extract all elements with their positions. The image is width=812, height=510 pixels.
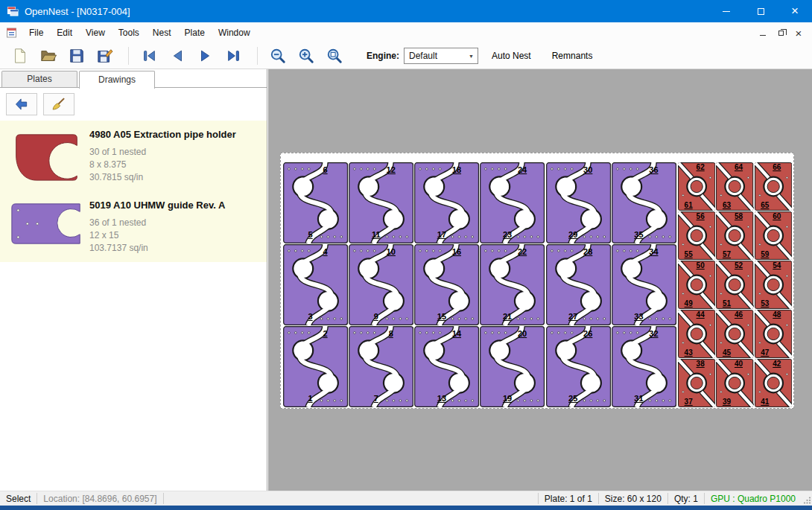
red-part-pair[interactable]: 4039 bbox=[716, 359, 753, 407]
zoom-out-button[interactable] bbox=[265, 45, 291, 67]
part-number: 60 bbox=[755, 213, 792, 220]
purple-part-pair[interactable]: 3029 bbox=[546, 162, 611, 243]
drawing-title: 5019 A10 UHMW guide Rev. A bbox=[89, 200, 261, 211]
red-part-pair[interactable]: 4645 bbox=[716, 310, 753, 358]
menu-item-file[interactable]: File bbox=[22, 25, 50, 41]
purple-part-pair[interactable]: 2827 bbox=[546, 244, 611, 325]
part-number: 64 bbox=[716, 164, 753, 171]
red-part-pair[interactable]: 5251 bbox=[716, 261, 753, 309]
purple-part-pair[interactable]: 3231 bbox=[612, 326, 676, 407]
minimize-icon bbox=[723, 11, 730, 12]
red-part-pair[interactable]: 6463 bbox=[716, 162, 753, 211]
list-item[interactable]: 5019 A10 UHMW guide Rev. A 36 of 1 neste… bbox=[0, 191, 267, 262]
part-number: 1 bbox=[283, 395, 348, 403]
mdi-minimize-button[interactable] bbox=[754, 25, 772, 41]
engine-select[interactable]: Default ▼ bbox=[404, 48, 478, 64]
resize-grip-icon[interactable] bbox=[802, 492, 812, 506]
drawing-nested-count: 36 of 1 nested bbox=[89, 217, 261, 229]
window-maximize-button[interactable] bbox=[743, 0, 778, 22]
window-bottom-border bbox=[0, 506, 812, 510]
new-button[interactable] bbox=[7, 45, 33, 67]
red-part-pair[interactable]: 5857 bbox=[716, 211, 753, 260]
part-number: 44 bbox=[678, 311, 715, 319]
go-previous-button[interactable] bbox=[165, 45, 190, 67]
go-next-icon bbox=[197, 48, 214, 64]
red-part-pair[interactable]: 6059 bbox=[755, 211, 792, 260]
purple-part-pair[interactable]: 3635 bbox=[612, 162, 676, 243]
status-mode: Select bbox=[0, 494, 37, 504]
part-number: 57 bbox=[716, 251, 753, 258]
part-number: 23 bbox=[480, 231, 545, 239]
red-part-pair[interactable]: 4443 bbox=[678, 310, 715, 358]
save-button[interactable] bbox=[64, 45, 89, 67]
remnants-button[interactable]: Remnants bbox=[545, 46, 600, 66]
red-part-pair[interactable]: 5453 bbox=[755, 261, 792, 309]
mdi-restore-button[interactable] bbox=[772, 25, 790, 41]
menu-item-plate[interactable]: Plate bbox=[178, 25, 212, 41]
purple-part-pair[interactable]: 2221 bbox=[480, 244, 545, 325]
part-number: 12 bbox=[349, 166, 413, 174]
drawing-area: 103.7137 sq/in bbox=[89, 242, 261, 255]
part-number: 13 bbox=[414, 395, 479, 403]
status-bar: Select Location: [84.8696, 60.6957] Plat… bbox=[0, 491, 812, 506]
clean-button[interactable] bbox=[43, 93, 74, 115]
part-number: 36 bbox=[612, 166, 676, 174]
zoom-in-button[interactable] bbox=[294, 45, 319, 67]
tab-plates[interactable]: Plates bbox=[1, 71, 77, 87]
list-item[interactable]: 4980 A05 Extraction pipe holder 30 of 1 … bbox=[0, 121, 267, 191]
purple-part-pair[interactable]: 2625 bbox=[546, 326, 611, 407]
go-next-button[interactable] bbox=[193, 45, 218, 67]
purple-part-pair[interactable]: 1211 bbox=[349, 162, 413, 243]
purple-part-pair[interactable]: 43 bbox=[283, 244, 348, 325]
menu-item-window[interactable]: Window bbox=[212, 25, 257, 41]
window-close-button[interactable]: × bbox=[778, 0, 812, 22]
mdi-window-controls: × bbox=[754, 22, 812, 43]
part-number: 16 bbox=[414, 248, 479, 256]
part-number: 32 bbox=[612, 330, 676, 338]
save-as-button[interactable] bbox=[92, 45, 118, 67]
purple-part-pair[interactable]: 1413 bbox=[414, 326, 479, 407]
red-part-pair[interactable]: 6261 bbox=[678, 162, 715, 211]
nest-canvas[interactable]: 65 1211 1817 2423 3029 3635 bbox=[268, 69, 812, 491]
part-number: 9 bbox=[349, 313, 413, 321]
purple-part-pair[interactable]: 1817 bbox=[414, 162, 479, 243]
drawing-title: 4980 A05 Extraction pipe holder bbox=[89, 129, 261, 140]
zoom-fit-button[interactable] bbox=[322, 45, 347, 67]
purple-part-pair[interactable]: 2423 bbox=[480, 162, 545, 243]
part-number: 52 bbox=[716, 262, 753, 270]
purple-part-pair[interactable]: 3433 bbox=[612, 244, 676, 325]
engine-selected-value: Default bbox=[409, 51, 437, 61]
part-number: 2 bbox=[283, 330, 348, 338]
purple-part-pair[interactable]: 1615 bbox=[414, 244, 479, 325]
open-button[interactable] bbox=[36, 45, 61, 67]
red-part-pair[interactable]: 4847 bbox=[755, 310, 792, 358]
restore-icon bbox=[778, 31, 784, 36]
purple-part-pair[interactable]: 109 bbox=[349, 244, 413, 325]
window-minimize-button[interactable] bbox=[709, 0, 743, 22]
purple-part-pair[interactable]: 65 bbox=[283, 162, 348, 243]
red-part-pair[interactable]: 4241 bbox=[755, 359, 792, 407]
tab-drawings[interactable]: Drawings bbox=[79, 71, 155, 89]
send-to-plate-button[interactable] bbox=[6, 93, 37, 115]
go-first-button[interactable] bbox=[136, 45, 162, 67]
part-number: 38 bbox=[678, 360, 715, 368]
part-number: 14 bbox=[414, 330, 479, 338]
menu-item-nest[interactable]: Nest bbox=[146, 25, 178, 41]
go-last-button[interactable] bbox=[221, 45, 247, 67]
menu-item-view[interactable]: View bbox=[79, 25, 112, 41]
plate-sheet[interactable]: 65 1211 1817 2423 3029 3635 bbox=[280, 153, 794, 409]
purple-part-pair[interactable]: 2019 bbox=[480, 326, 545, 407]
drawing-nested-count: 30 of 1 nested bbox=[89, 146, 261, 159]
menu-item-edit[interactable]: Edit bbox=[50, 25, 79, 41]
part-number: 49 bbox=[678, 300, 715, 307]
drawing-area: 30.7815 sq/in bbox=[89, 171, 261, 184]
purple-part-pair[interactable]: 87 bbox=[349, 326, 413, 407]
red-part-pair[interactable]: 3837 bbox=[678, 359, 715, 407]
red-part-pair[interactable]: 5049 bbox=[678, 261, 715, 309]
red-part-pair[interactable]: 6665 bbox=[755, 162, 792, 211]
red-part-pair[interactable]: 5655 bbox=[678, 211, 715, 260]
mdi-close-button[interactable]: × bbox=[790, 25, 808, 41]
purple-part-pair[interactable]: 21 bbox=[283, 326, 348, 407]
auto-nest-button[interactable]: Auto Nest bbox=[484, 46, 539, 66]
menu-item-tools[interactable]: Tools bbox=[112, 25, 146, 41]
